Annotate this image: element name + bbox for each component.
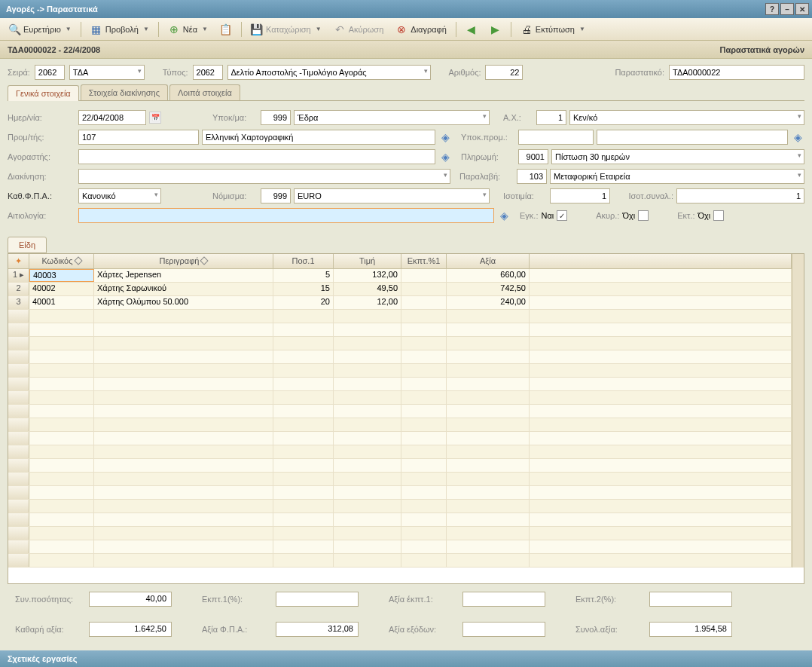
currency-name-input[interactable]	[294, 188, 490, 203]
vertical-scrollbar[interactable]	[792, 254, 804, 568]
table-row[interactable]	[8, 310, 792, 323]
copy-button[interactable]: 📋	[215, 20, 237, 38]
cell-qty[interactable]: 5	[273, 269, 334, 282]
cell-price[interactable]: 132,00	[334, 269, 401, 282]
payment-name-input[interactable]	[551, 149, 804, 164]
clear-icon[interactable]: ◈	[791, 130, 804, 144]
grid-body[interactable]: 1 ▸40003Χάρτες Jepensen5132,00660,002400…	[8, 269, 792, 568]
col-desc[interactable]: Περιγραφή	[94, 254, 273, 268]
col-disc[interactable]: Εκπτ.%1	[401, 254, 447, 268]
col-price[interactable]: Τιμή	[334, 254, 401, 268]
table-row[interactable]: 240002Χάρτης Σαρωνικού1549,50742,50	[8, 283, 792, 296]
table-row[interactable]	[8, 540, 792, 554]
branch-name-input[interactable]	[294, 110, 490, 125]
minimize-button[interactable]: –	[780, 3, 794, 15]
cell-disc[interactable]	[401, 283, 447, 295]
document-input[interactable]	[669, 65, 804, 80]
save-button[interactable]: 💾 Καταχώριση ▼	[246, 20, 327, 38]
clear-icon[interactable]: ◈	[438, 130, 452, 144]
rate2-input[interactable]	[676, 188, 804, 203]
table-row[interactable]	[8, 527, 792, 540]
table-row[interactable]	[8, 337, 792, 350]
tab-movement[interactable]: Στοιχεία διακίνησης	[81, 84, 168, 100]
table-row[interactable]	[8, 323, 792, 337]
table-row[interactable]	[8, 554, 792, 568]
table-row[interactable]	[8, 459, 792, 473]
cancel-button[interactable]: ↶ Ακύρωση	[328, 20, 389, 38]
canceled-checkbox[interactable]	[638, 210, 649, 221]
type-name-input[interactable]	[227, 65, 431, 80]
table-row[interactable]	[8, 432, 792, 445]
clear-icon[interactable]: ◈	[438, 150, 452, 164]
cell-desc[interactable]: Χάρτες Jepensen	[94, 269, 273, 282]
series-code-input[interactable]	[35, 65, 65, 80]
ax-code-input[interactable]	[536, 110, 566, 125]
grid-corner[interactable]: ✦	[8, 254, 29, 268]
table-row[interactable]	[8, 418, 792, 432]
table-row[interactable]	[8, 391, 792, 405]
type-code-input[interactable]	[193, 65, 223, 80]
help-button[interactable]: ?	[765, 3, 779, 15]
subbranch-code-input[interactable]	[518, 130, 594, 145]
view-button[interactable]: ▦ Προβολή ▼	[85, 20, 154, 38]
cell-desc[interactable]: Χάρτης Σαρωνικού	[94, 283, 273, 295]
receipt-name-input[interactable]	[550, 169, 804, 184]
branch-code-input[interactable]	[261, 110, 291, 125]
cell-value[interactable]: 240,00	[447, 296, 530, 309]
supplier-code-input[interactable]	[78, 130, 199, 145]
cell-code[interactable]: 40003	[29, 269, 94, 282]
series-name-input[interactable]	[69, 65, 145, 80]
print-button[interactable]: 🖨 Εκτύπωση ▼	[515, 20, 591, 38]
table-row[interactable]	[8, 445, 792, 459]
table-row[interactable]: 1 ▸40003Χάρτες Jepensen5132,00660,00	[8, 269, 792, 283]
tab-general[interactable]: Γενικά στοιχεία	[8, 85, 79, 101]
disc1-value[interactable]	[276, 592, 359, 607]
approved-checkbox[interactable]: ✓	[557, 210, 567, 221]
cell-price[interactable]: 12,00	[334, 296, 401, 309]
reason-input[interactable]	[78, 208, 494, 223]
tab-items[interactable]: Είδη	[8, 237, 47, 253]
disc2-value[interactable]	[649, 592, 732, 607]
cell-disc[interactable]	[401, 296, 447, 309]
payment-code-input[interactable]	[518, 149, 548, 164]
table-row[interactable]	[8, 364, 792, 378]
movement-input[interactable]	[78, 169, 450, 184]
index-button[interactable]: 🔍 Ευρετήριο ▼	[3, 20, 77, 38]
cell-price[interactable]: 49,50	[334, 283, 401, 295]
number-input[interactable]	[485, 65, 523, 80]
cell-desc[interactable]: Χάρτης Ολύμπου 50.000	[94, 296, 273, 309]
rate-input[interactable]	[550, 188, 610, 203]
cell-disc[interactable]	[401, 269, 447, 282]
new-button[interactable]: ⊕ Νέα ▼	[163, 20, 213, 38]
tab-other[interactable]: Λοιπά στοιχεία	[169, 84, 240, 100]
table-row[interactable]	[8, 473, 792, 486]
col-code[interactable]: Κωδικός	[29, 254, 94, 268]
cell-value[interactable]: 660,00	[447, 269, 530, 282]
supplier-name-input[interactable]	[202, 130, 435, 145]
table-row[interactable]	[8, 513, 792, 527]
cell-qty[interactable]: 15	[273, 283, 334, 295]
calendar-icon[interactable]: 📅	[149, 112, 161, 124]
cell-value[interactable]: 742,50	[447, 283, 530, 295]
currency-code-input[interactable]	[261, 188, 291, 203]
cell-qty[interactable]: 20	[273, 296, 334, 309]
receipt-code-input[interactable]	[517, 169, 547, 184]
cell-code[interactable]: 40002	[29, 283, 94, 295]
buyer-input[interactable]	[78, 149, 435, 164]
clear-icon[interactable]: ◈	[497, 209, 511, 222]
date-input[interactable]	[78, 110, 146, 125]
table-row[interactable]	[8, 405, 792, 418]
table-row[interactable]: 340001Χάρτης Ολύμπου 50.0002012,00240,00	[8, 296, 792, 310]
col-value[interactable]: Αξία	[447, 254, 530, 268]
table-row[interactable]	[8, 350, 792, 364]
table-row[interactable]	[8, 500, 792, 513]
close-button[interactable]: ✕	[795, 3, 809, 15]
col-qty[interactable]: Ποσ.1	[273, 254, 334, 268]
cell-code[interactable]: 40001	[29, 296, 94, 309]
prev-button[interactable]: ◀	[460, 20, 483, 38]
vat-input[interactable]	[78, 188, 161, 203]
printed-checkbox[interactable]	[713, 210, 724, 221]
subbranch-name-input[interactable]	[597, 130, 788, 145]
table-row[interactable]	[8, 378, 792, 391]
footer-bar[interactable]: Σχετικές εργασίες	[0, 650, 812, 667]
